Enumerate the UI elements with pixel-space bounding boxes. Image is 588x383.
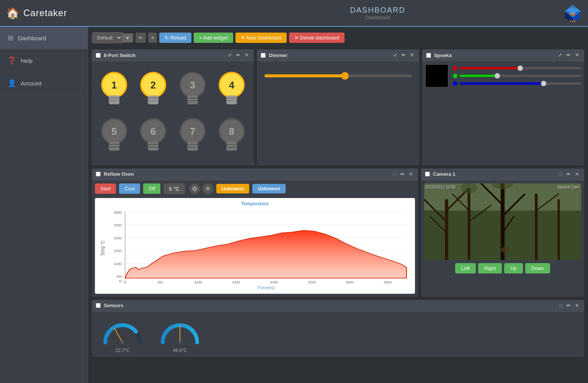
expand-camera-icon[interactable]: □ xyxy=(558,171,564,178)
cool-button[interactable]: Cool xyxy=(119,183,140,194)
edit-widget-icon[interactable]: ✏ xyxy=(235,52,242,59)
expand-icon[interactable]: ⤢ xyxy=(226,52,233,59)
svg-point-94 xyxy=(121,341,124,344)
widget-spoeka-checkbox[interactable] xyxy=(426,53,431,58)
bulb-4[interactable]: 4 xyxy=(214,69,249,111)
svg-text:50: 50 xyxy=(158,280,163,284)
gauge-2-label: 46.8°C xyxy=(173,348,187,353)
widget-sensors-title: Sensors xyxy=(104,303,123,308)
bulb-8[interactable]: 8 xyxy=(214,115,249,158)
svg-text:8: 8 xyxy=(229,126,234,137)
widget-switch-checkbox[interactable] xyxy=(96,53,101,58)
bulb-6[interactable]: 6 xyxy=(136,115,171,158)
add-widget-button[interactable]: + Add widget xyxy=(194,33,233,43)
close-reflow-icon[interactable]: ✕ xyxy=(407,171,414,178)
expand-spoeka-icon[interactable]: ⤢ xyxy=(557,52,564,59)
widget-reflow-header: Reflow Oven □ ✏ ✕ xyxy=(92,169,418,180)
temp-chart-container: Temperature xyxy=(95,198,415,294)
help-icon: ❓ xyxy=(8,56,16,65)
bulb-7[interactable]: 7 xyxy=(175,115,210,158)
new-dashboard-button[interactable]: ✦ New dashboard xyxy=(235,33,287,43)
camera-controls: Left Right Up Down xyxy=(424,263,581,273)
svg-rect-29 xyxy=(109,142,119,151)
widget-reflow-body: Start Cool Off 0 °C ⏻ ⚙ Unknwon Unknwon … xyxy=(92,180,418,297)
widget-camera: Camera 1 □ ✏ ✕ xyxy=(421,169,584,297)
unknwon-blue-button[interactable]: Unknwon xyxy=(252,184,286,193)
bulb-5[interactable]: 5 xyxy=(96,115,132,158)
unknwon-yellow-button[interactable]: Unknwon xyxy=(216,184,250,193)
widget-camera-checkbox[interactable] xyxy=(425,172,430,177)
widget-dimmer: Dimmer ⤢ ✏ ✕ xyxy=(257,49,419,165)
dashboard-dropdown-wrapper[interactable]: Default ▼ xyxy=(92,32,133,43)
edit-camera-icon[interactable]: ✏ xyxy=(565,171,572,178)
widget-switch-title: 8-Port Switch xyxy=(104,52,136,58)
close-spoeka-icon[interactable]: ✕ xyxy=(573,52,580,59)
svg-text:300: 300 xyxy=(114,210,122,214)
green-slider[interactable] xyxy=(460,75,581,77)
green-slider-row xyxy=(453,74,581,78)
list-button[interactable]: ≡ xyxy=(148,33,157,43)
svg-text:6: 6 xyxy=(150,126,156,137)
svg-rect-44 xyxy=(226,142,237,151)
spoeka-canvas[interactable] xyxy=(425,64,448,87)
reflow-icons: ⏻ ⚙ xyxy=(189,183,213,194)
bulb-2[interactable]: 2 xyxy=(136,69,171,111)
close-widget-icon[interactable]: ✕ xyxy=(243,52,250,59)
camera-right-button[interactable]: Right xyxy=(478,263,502,273)
camera-down-button[interactable]: Down xyxy=(525,263,550,273)
svg-text:50: 50 xyxy=(116,274,122,278)
widget-sensors-checkbox[interactable] xyxy=(96,303,101,308)
content-area: Default ▼ ✏ ≡ ↻ Reload + Add widget ✦ Ne… xyxy=(88,27,588,383)
widget-switch-controls: ⤢ ✏ ✕ xyxy=(226,52,250,59)
dropdown-arrow[interactable]: ▼ xyxy=(122,33,133,43)
svg-text:100: 100 xyxy=(114,262,122,265)
dashboard-select[interactable]: Default xyxy=(92,32,122,43)
toolbar: Default ▼ ✏ ≡ ↻ Reload + Add widget ✦ Ne… xyxy=(92,31,584,46)
blue-slider[interactable] xyxy=(460,82,581,85)
sidebar-item-dashboard-label: Dashboard xyxy=(18,35,46,41)
power-icon-btn[interactable]: ⏻ xyxy=(189,183,200,194)
bulb-3[interactable]: 3 xyxy=(175,69,210,111)
page-title-sub: Dashboard xyxy=(192,15,564,20)
svg-text:Time[s]: Time[s] xyxy=(257,285,274,290)
close-dimmer-icon[interactable]: ✕ xyxy=(408,52,415,59)
edit-dimmer-icon[interactable]: ✏ xyxy=(400,52,407,59)
delete-dashboard-button[interactable]: ✕ Delete dashboard xyxy=(289,33,345,43)
close-camera-icon[interactable]: ✕ xyxy=(573,171,580,178)
svg-text:300: 300 xyxy=(346,280,354,284)
widget-spoeka-header: Spoeka ⤢ ✏ ✕ xyxy=(422,49,584,61)
widget-switch-body: 1 2 xyxy=(92,61,254,165)
bot-widget-row: Sensors □ ✏ ✕ xyxy=(92,300,584,357)
expand-dimmer-icon[interactable]: ⤢ xyxy=(392,52,399,59)
widget-dimmer-checkbox[interactable] xyxy=(261,53,266,58)
edit-sensors-icon[interactable]: ✏ xyxy=(565,302,572,309)
edit-reflow-icon[interactable]: ✏ xyxy=(399,171,406,178)
widget-camera-body: 02/20/2011 12:50 Squirrel Cam Left Right… xyxy=(421,180,584,277)
settings-icon-btn[interactable]: ⚙ xyxy=(203,183,213,194)
svg-text:150: 150 xyxy=(232,280,240,284)
red-slider[interactable] xyxy=(460,67,581,69)
sidebar-item-account[interactable]: 👤 Account xyxy=(0,72,88,95)
camera-left-button[interactable]: Left xyxy=(455,263,476,273)
svg-text:Temp °C: Temp °C xyxy=(100,240,106,255)
edit-button[interactable]: ✏ xyxy=(136,33,146,43)
expand-sensors-icon[interactable]: □ xyxy=(558,302,564,309)
start-button[interactable]: Start xyxy=(95,183,116,194)
off-button[interactable]: Off xyxy=(143,183,160,194)
camera-feed: 02/20/2011 12:50 Squirrel Cam xyxy=(424,183,581,260)
expand-reflow-icon[interactable]: □ xyxy=(392,171,397,178)
widget-reflow-checkbox[interactable] xyxy=(96,172,101,177)
camera-up-button[interactable]: Up xyxy=(504,263,523,273)
main-layout: ⊞ Dashboard ❓ Help 👤 Account Default ▼ ✏… xyxy=(0,27,588,383)
reload-button[interactable]: ↻ Reload xyxy=(159,33,191,43)
bulb-1[interactable]: 1 xyxy=(96,69,132,111)
edit-spoeka-icon[interactable]: ✏ xyxy=(565,52,572,59)
svg-text:0: 0 xyxy=(124,280,126,284)
widget-reflow: Reflow Oven □ ✏ ✕ Start Cool Off 0 °C xyxy=(92,169,418,297)
sidebar-item-help[interactable]: ❓ Help xyxy=(0,49,88,72)
close-sensors-icon[interactable]: ✕ xyxy=(573,302,580,309)
sidebar-item-account-label: Account xyxy=(21,80,41,87)
sidebar-item-dashboard[interactable]: ⊞ Dashboard xyxy=(0,27,88,49)
dimmer-slider[interactable] xyxy=(265,74,411,77)
temp-chart-title: Temperature xyxy=(98,201,412,206)
